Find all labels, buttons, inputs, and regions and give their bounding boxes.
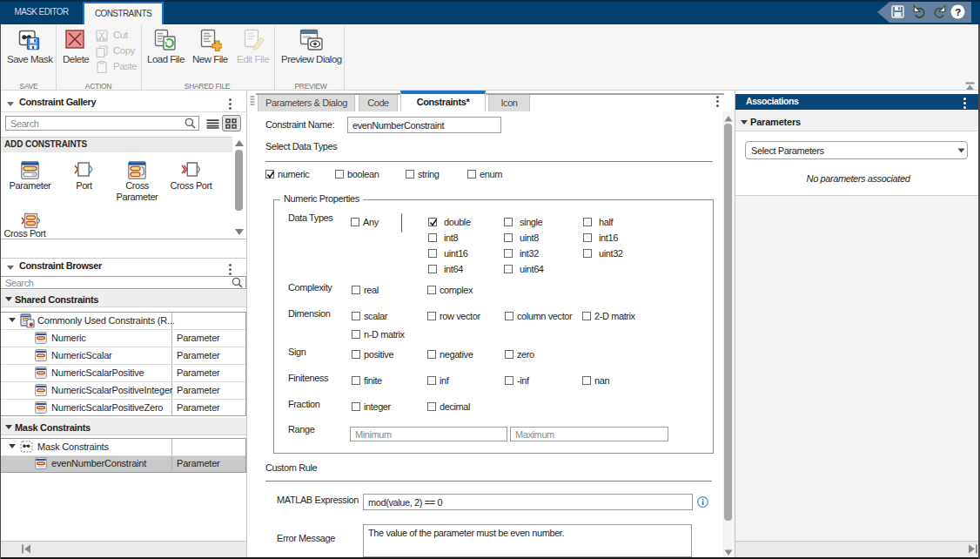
svg-text:?: ? <box>955 7 961 17</box>
